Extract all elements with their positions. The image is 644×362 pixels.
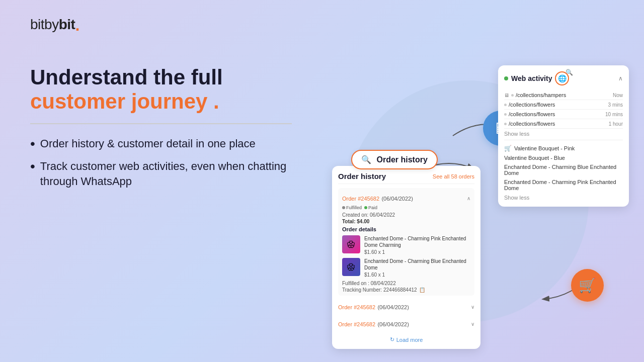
cart-item-1: 🛒 Valentine Bouquet - Pink bbox=[504, 143, 623, 153]
web-activity-item-2: /collections/flowers 3 mins bbox=[504, 100, 623, 110]
show-less-1[interactable]: Show less bbox=[504, 131, 623, 137]
web-activity-collapse[interactable]: ∧ bbox=[618, 75, 623, 82]
order-collapsed-3: Order #245682 (06/04/2022) ∨ bbox=[338, 315, 474, 332]
show-less-2[interactable]: Show less bbox=[504, 195, 623, 201]
order-id-3[interactable]: Order #245682 bbox=[338, 321, 375, 327]
product-name-1: Enchanted Dome - Charming Pink Enchanted… bbox=[364, 235, 470, 248]
headline: Understand the full customer journey . bbox=[30, 65, 292, 114]
web-activity-title: Web activity bbox=[511, 74, 552, 82]
tracking-info: Tracking Number: 224466884412 📋 bbox=[342, 287, 470, 293]
product-info-2: Enchanted Dome - Charming Blue Enchanted… bbox=[364, 258, 470, 278]
headline-line1: Understand the full bbox=[30, 65, 223, 89]
green-status-dot bbox=[504, 76, 508, 80]
fulfilled-badge: Fulfilled bbox=[342, 205, 362, 210]
cart-small-icon-1: 🛒 bbox=[504, 145, 512, 152]
bullet-list: Order history & customer detail in one p… bbox=[30, 136, 292, 189]
order-card-title: Order history bbox=[338, 172, 386, 180]
left-content: Understand the full customer journey . O… bbox=[30, 65, 292, 197]
order-product-2: 🏵 Enchanted Dome - Charming Blue Enchant… bbox=[342, 258, 470, 278]
item-dot-4 bbox=[504, 123, 507, 125]
order-row-2[interactable]: Order #245682 (06/04/2022) ∨ bbox=[338, 300, 474, 314]
order-collapsed-2: Order #245682 (06/04/2022) ∨ bbox=[338, 298, 474, 315]
cart-item-4: Enchanted Dome - Charming Pink Enchanted… bbox=[504, 177, 623, 193]
paid-badge: Paid bbox=[364, 205, 377, 210]
order-created: Created on: 06/04/2022 bbox=[342, 212, 470, 218]
order-chevron-3[interactable]: ∨ bbox=[471, 321, 474, 327]
web-activity-item-4: /collections/flowers 1 hour bbox=[504, 119, 623, 129]
logo-bit2: bit bbox=[59, 17, 75, 32]
web-activity-header: Web activity 🌐 🔍 ∧ bbox=[504, 71, 623, 85]
order-total: Total: $4.00 bbox=[342, 219, 470, 224]
order-product-1: 🏵 Enchanted Dome - Charming Pink Enchant… bbox=[342, 235, 470, 255]
order-badges: Fulfilled Paid bbox=[342, 205, 470, 210]
order-card-header: Order history See all 58 orders bbox=[338, 172, 474, 184]
order-chevron-2[interactable]: ∨ bbox=[471, 304, 474, 310]
headline-dot: . bbox=[207, 89, 219, 113]
product-price-2: $1.60 x 1 bbox=[364, 272, 470, 278]
logo-by: by bbox=[44, 17, 59, 32]
web-activity-item-1: 🖥 /collections/hampers Now bbox=[504, 90, 623, 100]
logo-dot: . bbox=[75, 16, 79, 34]
item-dot-1 bbox=[511, 94, 514, 97]
order-details-title: Order details bbox=[342, 226, 470, 232]
order-expanded: Order #245682 (06/04/2022) ∧ Fulfilled P… bbox=[338, 188, 474, 296]
load-more: ↻ Load more bbox=[338, 336, 474, 343]
order-id-2[interactable]: Order #245682 bbox=[338, 304, 375, 310]
headline-line2: customer journey bbox=[30, 89, 207, 113]
order-history-bubble: 🔍 Order history bbox=[351, 150, 438, 169]
divider-1 bbox=[504, 140, 623, 140]
right-area: 🖥 🛒 🔍 Order history bbox=[307, 50, 629, 332]
product-price-1: $1.60 x 1 bbox=[364, 249, 470, 255]
search-overlay-icon: 🔍 bbox=[566, 69, 573, 76]
item-dot-2 bbox=[504, 104, 507, 106]
order-history-card: Order history See all 58 orders Order #2… bbox=[332, 166, 480, 349]
search-icon-inline: 🔍 bbox=[361, 155, 371, 164]
order-row-1[interactable]: Order #245682 (06/04/2022) ∧ bbox=[342, 191, 470, 205]
copy-icon[interactable]: 📋 bbox=[419, 287, 425, 293]
logo: bitbybit. bbox=[30, 16, 79, 35]
load-more-button[interactable]: ↻ Load more bbox=[338, 336, 474, 343]
web-activity-card: Web activity 🌐 🔍 ∧ 🖥 /collections/hamper… bbox=[498, 65, 629, 207]
product-thumb-blue: 🏵 bbox=[342, 258, 360, 276]
order-chevron-1[interactable]: ∧ bbox=[467, 196, 470, 201]
product-thumb-pink: 🏵 bbox=[342, 235, 360, 253]
headline-divider bbox=[30, 123, 292, 124]
refresh-icon: ↻ bbox=[390, 336, 394, 343]
order-date-1: (06/04/2022) bbox=[381, 196, 413, 202]
web-activity-item-3: /collections/flowers 10 mins bbox=[504, 110, 623, 119]
cart-item-2: Valentine Bouquet - Blue bbox=[504, 153, 623, 162]
cart-icon: 🛒 bbox=[571, 269, 604, 302]
logo-bit1: bit bbox=[30, 17, 44, 32]
bullet-item-2: Track customer web activities, even when… bbox=[30, 159, 292, 189]
product-info-1: Enchanted Dome - Charming Pink Enchanted… bbox=[364, 235, 470, 255]
see-all-orders[interactable]: See all 58 orders bbox=[433, 173, 474, 179]
fulfilled-info: Fulfilled on : 08/04/2022 bbox=[342, 281, 470, 286]
item-dot-3 bbox=[504, 113, 507, 116]
order-row-3[interactable]: Order #245682 (06/04/2022) ∨ bbox=[338, 317, 474, 331]
order-date-3: (06/04/2022) bbox=[377, 321, 409, 327]
cart-item-3: Enchanted Dome - Charming Blue Enchanted… bbox=[504, 162, 623, 177]
order-id-1[interactable]: Order #245682 bbox=[342, 196, 379, 202]
product-name-2: Enchanted Dome - Charming Blue Enchanted… bbox=[364, 258, 470, 271]
web-activity-title-group: Web activity 🌐 🔍 bbox=[504, 71, 569, 85]
bullet-item-1: Order history & customer detail in one p… bbox=[30, 136, 292, 151]
monitor-small-icon: 🖥 bbox=[504, 93, 509, 98]
order-date-2: (06/04/2022) bbox=[377, 304, 409, 310]
